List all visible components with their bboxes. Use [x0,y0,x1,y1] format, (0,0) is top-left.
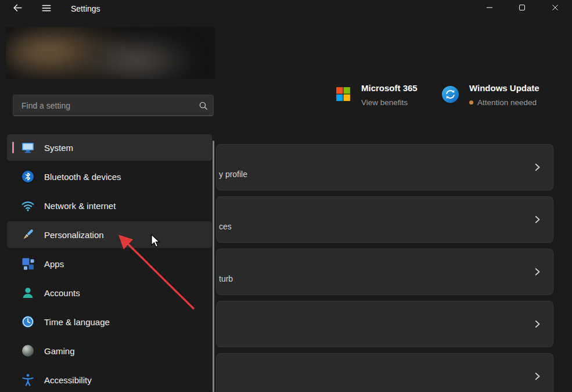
maximize-button[interactable] [509,0,535,16]
system-icon [21,141,35,154]
sidebar-item-label: Apps [44,259,64,269]
sidebar-item-time-language[interactable]: Time & language [7,308,212,335]
card-text-fragment: ces [219,222,232,231]
sidebar-item-label: Bluetooth & devices [44,172,121,182]
sidebar-scrollbar[interactable] [213,141,214,392]
close-button[interactable] [542,0,569,16]
navigation-menu-button[interactable] [37,1,56,17]
search-input[interactable] [13,101,193,110]
selected-indicator [12,142,14,153]
sidebar-item-label: Accounts [44,288,80,298]
sidebar-item-bluetooth-devices[interactable]: Bluetooth & devices [7,163,212,190]
clock-icon [21,315,35,329]
person-icon [21,286,35,300]
accessibility-icon [21,373,35,387]
back-button[interactable] [8,1,27,17]
chevron-right-icon [533,320,541,328]
bluetooth-icon [21,170,35,184]
attention-dot [469,100,473,105]
sidebar-item-personalization[interactable]: Personalization [7,221,212,248]
search-icon[interactable] [193,101,213,110]
chevron-right-icon [533,268,541,276]
chevron-right-icon [533,163,541,171]
close-icon [552,3,559,13]
sidebar-item-network-internet[interactable]: Network & internet [7,192,212,219]
sidebar-item-label: System [44,143,73,153]
card-text-fragment: y profile [219,170,247,179]
profile-blur-blob [81,37,192,79]
windows-update-icon [441,85,459,103]
xbox-sphere-icon [21,344,35,358]
settings-card-row[interactable]: turb [216,249,553,295]
paintbrush-icon [21,228,35,242]
sidebar-item-accessibility[interactable]: Accessibility [7,366,212,392]
sidebar-item-system[interactable]: System [7,134,212,161]
chevron-right-icon [533,215,541,224]
window-title: Settings [71,4,100,13]
windows-update-title: Windows Update [469,83,539,93]
sidebar-item-label: Accessibility [44,375,92,385]
minimize-button[interactable] [476,0,503,16]
settings-card-row[interactable] [216,301,553,347]
sidebar-item-label: Gaming [44,346,75,356]
maximize-icon [519,3,526,13]
card-text-fragment: turb [219,274,233,283]
wifi-icon [21,199,35,213]
settings-window: Settings System Blue [0,0,572,392]
microsoft-logo-icon [336,87,351,102]
search-box [13,95,214,116]
windows-update-status: Attention needed [477,98,537,107]
chevron-right-icon [533,372,541,380]
sidebar-item-apps[interactable]: Apps [7,250,212,277]
sidebar-item-gaming[interactable]: Gaming [7,337,212,364]
sidebar-item-label: Time & language [44,317,110,327]
apps-icon [21,257,35,271]
settings-card-row[interactable] [216,353,553,392]
hamburger-icon [41,3,52,16]
back-arrow-icon [13,3,23,15]
settings-card-row[interactable]: ces [216,196,553,243]
view-benefits-link[interactable]: View benefits [361,98,408,107]
microsoft-365-title: Microsoft 365 [361,83,418,93]
minimize-icon [486,3,493,13]
settings-card-row[interactable]: y profile [216,144,553,190]
sidebar-item-accounts[interactable]: Accounts [7,279,212,306]
user-profile-blurred[interactable] [6,27,215,79]
sidebar-item-label: Personalization [44,230,104,240]
sidebar-item-label: Network & internet [44,201,116,211]
